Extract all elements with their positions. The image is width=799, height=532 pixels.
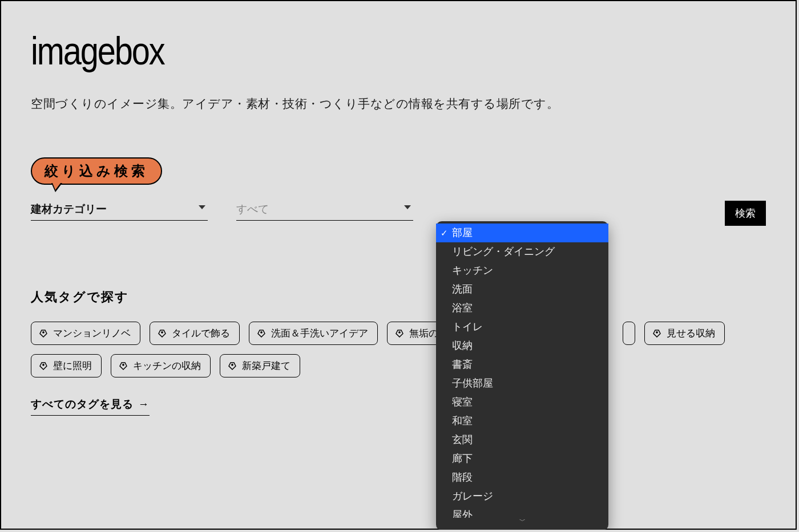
dropdown-option-garage[interactable]: ガレージ	[436, 487, 608, 506]
dropdown-option-room[interactable]: 部屋	[436, 224, 608, 242]
popular-tags-list: マンションリノベ タイルで飾る 洗面＆手洗いアイデア 無垢の床 見せる収納	[31, 322, 766, 377]
tagline: 空間づくりのイメージ集。アイデア・素材・技術・つくり手などの情報を共有する場所で…	[31, 96, 766, 112]
dropdown-scroll-indicator[interactable]: ﹀	[436, 518, 608, 530]
subcategory-select[interactable]: すべて	[236, 202, 413, 221]
tag-icon	[38, 361, 49, 371]
dropdown-option-study[interactable]: 書斎	[436, 355, 608, 374]
dropdown-option-bedroom[interactable]: 寝室	[436, 393, 608, 412]
dropdown-option-kitchen[interactable]: キッチン	[436, 261, 608, 280]
arrow-right-icon: →	[138, 398, 150, 411]
filter-row: 建材カテゴリー すべて 部屋 検索	[31, 202, 766, 226]
search-button[interactable]: 検索	[725, 201, 766, 226]
tag-icon	[394, 328, 405, 339]
svg-point-5	[43, 364, 44, 365]
tag-mansion-renovation[interactable]: マンションリノベ	[31, 322, 140, 345]
dropdown-option-entrance[interactable]: 玄関	[436, 431, 608, 449]
tag-icon	[118, 361, 128, 371]
filter-heading-badge: 絞り込み検索	[31, 157, 162, 185]
app-frame: imagebox 空間づくりのイメージ集。アイデア・素材・技術・つくり手などの情…	[0, 0, 797, 530]
caret-down-icon	[199, 205, 205, 209]
tag-display-storage[interactable]: 見せる収納	[644, 322, 725, 345]
filter-badge-wrap: 絞り込み検索	[31, 157, 162, 185]
dropdown-option-toilet[interactable]: トイレ	[436, 318, 608, 336]
svg-point-2	[261, 331, 262, 332]
dropdown-option-bathroom[interactable]: 浴室	[436, 299, 608, 318]
tag-label: 見せる収納	[667, 327, 715, 340]
tag-icon	[227, 361, 237, 371]
dropdown-option-washroom[interactable]: 洗面	[436, 280, 608, 299]
dropdown-option-storage[interactable]: 収納	[436, 336, 608, 355]
tag-icon	[652, 328, 662, 339]
tag-wall-lighting[interactable]: 壁に照明	[31, 354, 102, 377]
tag-washbasin-ideas[interactable]: 洗面＆手洗いアイデア	[249, 322, 378, 345]
category-select[interactable]: 建材カテゴリー	[31, 202, 208, 221]
tag-label: キッチンの収納	[133, 359, 201, 372]
tag-tile-decor[interactable]: タイルで飾る	[150, 322, 240, 345]
subcategory-select-label: すべて	[236, 203, 269, 215]
tag-partial[interactable]	[623, 322, 635, 345]
speech-bubble-tail-inner	[53, 183, 60, 190]
dropdown-option-japanese-room[interactable]: 和室	[436, 412, 608, 431]
svg-point-4	[656, 331, 657, 332]
dropdown-option-stairs[interactable]: 階段	[436, 468, 608, 487]
tag-label: タイルで飾る	[172, 327, 230, 340]
tag-label: 新築戸建て	[242, 359, 290, 372]
caret-down-icon	[404, 205, 411, 209]
svg-point-6	[123, 364, 124, 365]
tag-label: 壁に照明	[53, 359, 92, 372]
all-tags-link-label: すべてのタグを見る	[31, 397, 134, 412]
tag-label: 洗面＆手洗いアイデア	[271, 327, 368, 340]
svg-point-0	[43, 331, 44, 332]
dropdown-option-living-dining[interactable]: リビング・ダイニング	[436, 242, 608, 261]
dropdown-option-hallway[interactable]: 廊下	[436, 449, 608, 468]
svg-point-1	[162, 331, 163, 332]
tag-icon	[256, 328, 267, 339]
tag-icon	[38, 328, 49, 339]
tag-new-detached-house[interactable]: 新築戸建て	[220, 354, 300, 377]
all-tags-link[interactable]: すべてのタグを見る →	[31, 397, 150, 416]
svg-point-3	[399, 331, 400, 332]
dropdown-option-kids-room[interactable]: 子供部屋	[436, 374, 608, 393]
tag-kitchen-storage[interactable]: キッチンの収納	[111, 354, 211, 377]
logo: imagebox	[31, 29, 656, 73]
popular-tags-heading: 人気タグで探す	[31, 289, 766, 306]
dropdown-option-outdoor[interactable]: 屋外	[436, 506, 608, 518]
room-select-dropdown[interactable]: 部屋 リビング・ダイニング キッチン 洗面 浴室 トイレ 収納 書斎 子供部屋 …	[436, 221, 608, 530]
tag-label: マンションリノベ	[53, 327, 131, 340]
svg-point-7	[232, 364, 233, 365]
tag-icon	[157, 328, 167, 339]
category-select-label: 建材カテゴリー	[31, 203, 107, 215]
